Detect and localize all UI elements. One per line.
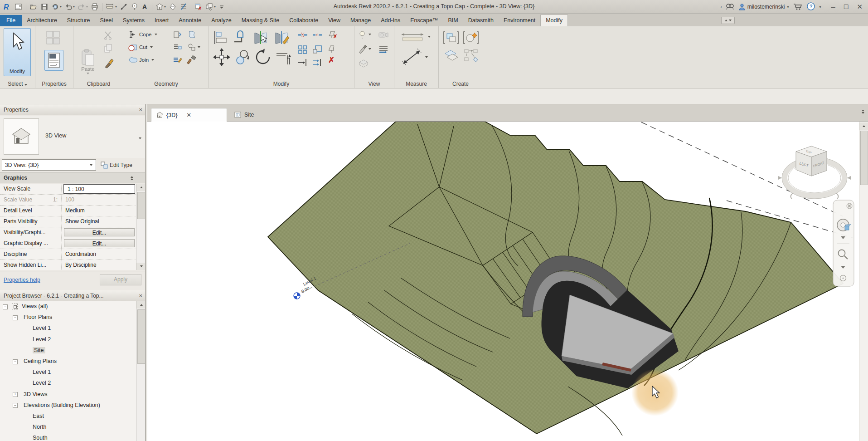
view-tab-close-icon[interactable]: ✕ (186, 112, 191, 118)
render-camera-icon[interactable] (378, 30, 389, 39)
cope-button[interactable]: Cope (128, 30, 157, 39)
tree-item-floor-plans[interactable]: −Floor Plans (0, 312, 136, 323)
unjoin-geometry-icon[interactable] (187, 43, 200, 52)
tab-analyze[interactable]: Analyze (206, 15, 236, 26)
show-hidden-lines-value[interactable]: By Discipline (62, 260, 136, 270)
customize-qat-icon[interactable] (218, 1, 226, 12)
property-row[interactable]: Parts Visibility Show Original (0, 216, 136, 227)
view-scale-input[interactable]: 1 : 100 (63, 184, 135, 194)
tree-item-level-1-ceiling[interactable]: Level 1 (0, 367, 136, 378)
pin-icon[interactable] (327, 44, 337, 54)
tree-item-level-2[interactable]: Level 2 (0, 334, 136, 345)
text-icon[interactable]: A (141, 1, 150, 12)
undo-icon[interactable]: ▾ (63, 1, 76, 12)
measure-icon[interactable]: ▾ (105, 1, 118, 12)
aligned-dimension-icon[interactable] (119, 1, 129, 12)
graphic-display-edit-button[interactable]: Edit... (64, 239, 135, 247)
tab-insert[interactable]: Insert (150, 15, 174, 26)
property-row[interactable]: Show Hidden Li... By Discipline (0, 260, 136, 270)
tree-item-3d-views[interactable]: +3D Views (0, 389, 136, 400)
tree-item-level-2-ceiling[interactable]: Level 2 (0, 378, 136, 389)
trim-extend-corner-icon[interactable] (275, 48, 293, 66)
tab-bim[interactable]: BIM (443, 15, 463, 26)
ribbon-display-toggle[interactable] (721, 17, 735, 24)
property-row[interactable]: Graphic Display ... Edit... (0, 238, 136, 249)
select-panel-label[interactable]: Select (0, 81, 35, 87)
ui-toggle-icon[interactable] (14, 1, 24, 12)
project-browser-close-icon[interactable]: × (139, 292, 142, 299)
section-collapse-icon[interactable] (131, 176, 133, 180)
visibility-graphics-edit-button[interactable]: Edit... (64, 228, 135, 236)
tree-item-site[interactable]: Site (0, 345, 136, 356)
expand-icon[interactable]: + (13, 392, 18, 397)
tab-datasmith[interactable]: Datasmith (463, 15, 499, 26)
scroll-up-icon[interactable] (859, 122, 868, 130)
save-icon[interactable] (39, 1, 49, 12)
clipboard-panel-label[interactable]: Clipboard (73, 81, 124, 87)
linework-icon[interactable] (378, 44, 389, 54)
scroll-up-icon[interactable] (136, 301, 146, 309)
properties-palette-button[interactable] (44, 50, 63, 71)
match-type-properties-icon[interactable] (103, 58, 114, 69)
apply-button[interactable]: Apply (100, 274, 141, 285)
cut-to-clipboard-icon[interactable] (103, 31, 113, 40)
view-panel-label[interactable]: View (354, 81, 394, 87)
type-preview[interactable]: 3D View (0, 116, 146, 158)
attach-top-base-icon[interactable] (172, 30, 182, 39)
aligned-dimension-tool-icon[interactable] (401, 48, 428, 66)
create-assembly-icon[interactable] (443, 48, 460, 63)
split-element-icon[interactable] (297, 31, 308, 39)
project-browser-header[interactable]: Project Browser - 6.2.1 - Creating a Top… (0, 290, 146, 301)
measure-tool-icon[interactable] (399, 31, 431, 43)
parts-visibility-value[interactable]: Show Original (62, 216, 136, 227)
family-types-button[interactable] (45, 30, 61, 45)
minimize-button[interactable]: ─ (831, 4, 835, 10)
tab-steel[interactable]: Steel (95, 15, 118, 26)
graphics-section-header[interactable]: Graphics (0, 172, 146, 183)
maximize-button[interactable]: ☐ (844, 4, 849, 10)
paste-button[interactable]: Paste (77, 29, 99, 74)
3d-viewport[interactable]: Level 1 0.00 LEFT FRONT TOP (147, 122, 859, 441)
properties-close-icon[interactable]: × (139, 106, 142, 113)
edit-type-button[interactable]: Edit Type (99, 159, 144, 171)
graphic-display-brush-icon[interactable] (358, 44, 371, 54)
align-icon[interactable] (213, 30, 228, 45)
tab-annotate[interactable]: Annotate (174, 15, 206, 26)
tree-item-elevations[interactable]: −Elevations (Building Elevation) (0, 400, 136, 411)
user-account[interactable]: milostemerinski▾ (738, 3, 789, 10)
measure-panel-label[interactable]: Measure (394, 81, 438, 87)
viewcube-cube[interactable]: LEFT FRONT TOP (796, 146, 827, 176)
type-dropdown-icon[interactable] (139, 134, 141, 141)
geometry-panel-label[interactable]: Geometry (124, 81, 208, 87)
tab-view[interactable]: View (323, 15, 345, 26)
tree-item-north[interactable]: North (0, 422, 136, 433)
move-icon[interactable] (213, 48, 230, 66)
tree-item-east[interactable]: East (0, 411, 136, 422)
create-panel-label[interactable]: Create (439, 81, 482, 87)
default-3d-view-icon[interactable]: ▾ (155, 1, 167, 12)
tab-environment[interactable]: Environment (499, 15, 540, 26)
modify-tool-button[interactable]: Modify (4, 28, 31, 76)
offset-icon[interactable] (232, 30, 249, 45)
tab-enscape[interactable]: Enscape™ (405, 15, 443, 26)
rotate-icon[interactable] (254, 48, 272, 66)
property-row[interactable]: Discipline Coordination (0, 249, 136, 260)
help-dropdown-icon[interactable]: ▾ (820, 5, 821, 9)
cut-profile-icon[interactable] (187, 30, 197, 39)
properties-header[interactable]: Properties × (0, 104, 146, 115)
view-tab-list-icon[interactable] (862, 110, 864, 114)
open-file-icon[interactable] (29, 1, 39, 12)
thin-lines-icon[interactable] (179, 1, 189, 12)
viewport-scrollbar[interactable] (859, 122, 868, 441)
delete-icon[interactable]: ✗ (328, 57, 335, 63)
tab-file[interactable]: File (0, 15, 22, 26)
tab-structure[interactable]: Structure (62, 15, 95, 26)
search-icon[interactable] (726, 2, 735, 12)
properties-help-link[interactable]: Properties help (4, 277, 40, 283)
navbar-close-icon[interactable] (847, 203, 852, 209)
navigation-bar[interactable] (833, 200, 854, 286)
switch-windows-icon[interactable]: ▾ (204, 1, 217, 12)
section-icon[interactable] (168, 1, 178, 12)
type-selector[interactable]: 3D View: {3D} (2, 159, 96, 171)
collapse-icon[interactable]: − (3, 304, 8, 309)
